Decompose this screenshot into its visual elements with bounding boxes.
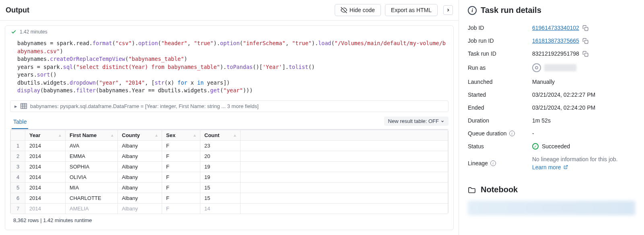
task-run-id-value: 832121922951798: [532, 50, 579, 57]
check-icon: [11, 29, 16, 35]
sort-icon: ▲: [193, 133, 197, 137]
page-title: Output: [6, 6, 29, 15]
details-heading: i Task run details: [468, 6, 635, 15]
result-table-toggle[interactable]: New result table: OFF: [384, 116, 449, 126]
table-row[interactable]: 12014AVAAlbanyF23: [11, 140, 448, 151]
user-avatar-icon: [532, 63, 541, 72]
chevron-down-icon: [440, 119, 444, 123]
table-row[interactable]: 32014SOPHIAAlbanyF19: [11, 161, 448, 172]
notebook-section: Notebook: [468, 185, 635, 215]
copy-icon[interactable]: [582, 25, 588, 31]
sort-icon: ▲: [233, 133, 237, 137]
output-header: Output Hide code Export as HTML: [0, 0, 459, 21]
svg-rect-1: [21, 104, 27, 109]
sort-icon: ▲: [110, 133, 114, 137]
output-cell: 1.42 minutes babynames = spark.read.form…: [5, 25, 454, 230]
job-run-id-link[interactable]: 161813873375665: [532, 37, 579, 44]
detail-queue-duration: Queue duration i -: [468, 127, 635, 140]
code-block: babynames = spark.read.format("csv").opt…: [5, 38, 453, 100]
external-link-icon: [564, 165, 568, 169]
notebook-heading: Notebook: [468, 185, 635, 194]
detail-job-run-id: Job run ID 161813873375665: [468, 34, 635, 47]
redacted-user: [544, 64, 576, 71]
svg-rect-6: [584, 27, 588, 30]
detail-task-run-id: Task run ID 832121922951798: [468, 47, 635, 60]
tab-table[interactable]: Table: [12, 115, 28, 129]
info-icon[interactable]: i: [509, 131, 515, 136]
result-footer: 8,362 rows | 1.42 minutes runtime: [5, 214, 453, 227]
hide-code-button[interactable]: Hide code: [335, 4, 381, 16]
info-icon: i: [468, 6, 477, 15]
table-row[interactable]: 22014EMMAAlbanyF20: [11, 151, 448, 161]
cell-status: 1.42 minutes: [5, 26, 453, 38]
chevron-right-icon: [446, 8, 451, 12]
table-row[interactable]: 62014CHARLOTTEAlbanyF15: [11, 193, 448, 203]
header-actions: Hide code Export as HTML: [335, 4, 453, 16]
detail-status: Status ✓ Succeeded: [468, 140, 635, 153]
schema-bar[interactable]: ▸ babynames: pyspark.sql.dataframe.DataF…: [10, 100, 449, 112]
column-header[interactable]: Year▲: [25, 130, 66, 140]
schema-summary: babynames: pyspark.sql.dataframe.DataFra…: [30, 103, 259, 109]
job-id-link[interactable]: 619614733340102: [532, 25, 579, 31]
success-check-icon: ✓: [532, 143, 539, 150]
sort-icon: ▲: [58, 133, 62, 137]
column-header[interactable]: County▲: [118, 130, 162, 140]
detail-ended: Ended 03/21/2024, 02:24:20 PM: [468, 101, 635, 114]
result-table: Year▲First Name▲County▲Sex▲Count▲ 12014A…: [10, 129, 449, 214]
folder-icon: [468, 187, 476, 193]
svg-line-9: [566, 165, 568, 167]
dataframe-icon: [21, 103, 27, 109]
detail-launched: Launched Manually: [468, 75, 635, 88]
detail-run-as: Run as: [468, 60, 635, 75]
export-html-button[interactable]: Export as HTML: [385, 4, 438, 16]
detail-lineage: Lineage i No lineage information for thi…: [468, 153, 635, 174]
collapse-panel-button[interactable]: [443, 5, 453, 15]
result-tabs: Table New result table: OFF: [10, 115, 449, 129]
table-row[interactable]: 72014AMELIAAlbanyF14: [11, 203, 448, 214]
svg-rect-8: [584, 53, 588, 56]
copy-icon[interactable]: [582, 51, 588, 57]
column-header[interactable]: Sex▲: [162, 130, 200, 140]
redacted-notebook-content: [468, 201, 635, 215]
task-run-details-panel: i Task run details Job ID 61961473334010…: [459, 0, 644, 235]
copy-icon[interactable]: [582, 38, 588, 44]
column-header[interactable]: Count▲: [200, 130, 241, 140]
svg-rect-7: [584, 40, 588, 43]
table-row[interactable]: 42014OLIVIAAlbanyF19: [11, 172, 448, 182]
table-row[interactable]: 52014MIAAlbanyF15: [11, 182, 448, 193]
eye-off-icon: [341, 7, 347, 13]
info-icon[interactable]: i: [490, 160, 496, 166]
detail-duration: Duration 1m 52s: [468, 114, 635, 127]
detail-started: Started 03/21/2024, 02:22:27 PM: [468, 88, 635, 101]
column-header[interactable]: First Name▲: [66, 130, 118, 140]
detail-job-id: Job ID 619614733340102: [468, 21, 635, 34]
cell-duration: 1.42 minutes: [20, 29, 47, 35]
sort-icon: ▲: [154, 133, 158, 137]
lineage-learn-more-link[interactable]: Learn more: [532, 164, 568, 171]
expand-caret-icon[interactable]: ▸: [14, 103, 17, 109]
